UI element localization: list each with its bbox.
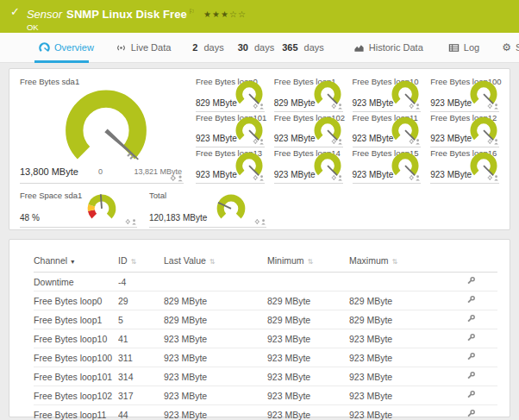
main-gauge-value: 13,800 MByte [20, 166, 78, 177]
channel-settings-icons[interactable] [487, 174, 499, 181]
channel-maximum [349, 273, 444, 291]
column-header-minimum[interactable]: Minimum⇅ [267, 252, 349, 273]
gauge-value: 48 % [20, 213, 40, 223]
channel-settings-icons[interactable] [331, 174, 343, 181]
log-table-icon [448, 42, 460, 53]
channel-settings-icons[interactable] [253, 103, 265, 110]
wrench-icon [466, 314, 476, 323]
gauge-icon [39, 42, 50, 53]
channel-table: Channel▾ ID⇅ Last Value⇅ Minimum⇅ Maximu… [34, 252, 497, 420]
channel-settings-icons[interactable] [253, 138, 265, 145]
tab-settings[interactable]: ⚙ Settings [502, 42, 519, 53]
channel-maximum: 829 MByte [349, 310, 444, 329]
channel-settings-icons[interactable] [253, 174, 265, 181]
column-header-last-value[interactable]: Last Value⇅ [164, 252, 267, 273]
wrench-icon [466, 390, 476, 399]
channel-last-value: 923 MByte [164, 367, 267, 386]
edit-channel-button[interactable] [444, 367, 497, 386]
gauge-value: 923 MByte [430, 170, 472, 179]
edit-channel-button[interactable] [444, 348, 497, 367]
channel-id: 44 [118, 405, 164, 420]
channel-settings-icons[interactable] [409, 138, 421, 145]
tab-log[interactable]: Log [448, 42, 479, 53]
wrench-icon [466, 295, 476, 304]
channel-settings-icons[interactable] [409, 103, 421, 110]
column-header-channel[interactable]: Channel▾ [34, 252, 118, 273]
channel-name: Free Bytes loop10 [34, 329, 118, 348]
gauge-cell: Free Bytes loop12 923 MByte [430, 112, 499, 148]
tab-historic-data[interactable]: Historic Data [353, 42, 423, 53]
table-row: Free Bytes loop102 317 923 MByte 923 MBy… [34, 386, 497, 405]
gauge-value: 829 MByte [196, 98, 237, 108]
free-space-gauge-cell: Free Space sda1 48 % [20, 190, 137, 228]
channel-name: Free Bytes loop0 [34, 291, 118, 310]
channel-id: -4 [118, 273, 164, 291]
active-tab-underline [34, 60, 89, 63]
channel-minimum: 923 MByte [267, 386, 349, 405]
channel-id: 314 [118, 367, 164, 386]
gear-icon: ⚙ [502, 42, 511, 53]
column-header-maximum[interactable]: Maximum⇅ [349, 252, 444, 273]
object-kind-label: Sensor [27, 8, 62, 21]
channel-last-value: 923 MByte [164, 405, 267, 420]
channel-settings-icons[interactable] [125, 218, 137, 225]
channel-maximum: 923 MByte [349, 348, 444, 367]
gauge-value: 923 MByte [196, 134, 237, 143]
status-badge: OK [27, 22, 247, 32]
gauge-value: 923 MByte [353, 170, 394, 179]
tab-live-data[interactable]: Live Data [116, 42, 171, 53]
channel-name: Downtime [34, 273, 118, 291]
channel-last-value [164, 273, 267, 291]
gauge-cell: Free Bytes loop13 923 MByte [196, 147, 265, 184]
gauge-value: 923 MByte [274, 170, 316, 179]
tab-settings-label: Settings [516, 42, 519, 53]
channel-settings-icons[interactable] [170, 174, 184, 182]
channel-last-value: 923 MByte [164, 386, 267, 405]
tab-30-days[interactable]: 30days [238, 42, 275, 53]
sort-icon: ⇅ [308, 258, 314, 266]
priority-flag-icon[interactable]: ⚐ [189, 8, 195, 16]
channel-minimum: 923 MByte [267, 329, 349, 348]
table-row: Free Bytes loop1 5 829 MByte 829 MByte 8… [34, 310, 497, 329]
tab-overview[interactable]: Overview [39, 42, 94, 53]
channel-minimum: 923 MByte [267, 367, 349, 386]
wrench-icon [466, 276, 476, 285]
edit-channel-button[interactable] [444, 405, 497, 420]
table-row: Free Bytes loop11 44 923 MByte 923 MByte… [34, 405, 497, 420]
channel-settings-icons[interactable] [331, 138, 343, 145]
edit-channel-button[interactable] [444, 291, 497, 310]
channel-minimum: 923 MByte [267, 405, 349, 420]
channel-id: 29 [118, 291, 164, 310]
channel-settings-icons[interactable] [409, 174, 421, 181]
edit-channel-button[interactable] [444, 273, 497, 291]
wrench-icon [466, 333, 476, 342]
channel-settings-icons[interactable] [487, 103, 499, 110]
channel-id: 317 [118, 386, 164, 405]
edit-channel-button[interactable] [444, 329, 497, 348]
gauge-value: 829 MByte [274, 98, 316, 108]
gauge-cell: Free Bytes loop14 923 MByte [274, 147, 343, 184]
channel-last-value: 829 MByte [164, 310, 267, 329]
main-gauge [56, 85, 156, 166]
channel-settings-icons[interactable] [487, 138, 499, 145]
column-header-actions [444, 252, 497, 273]
channel-settings-icons[interactable] [331, 103, 343, 110]
tab-2-days[interactable]: 2days [192, 42, 223, 53]
gauge-value: 923 MByte [274, 134, 316, 143]
channel-settings-icons[interactable] [254, 218, 266, 225]
channel-minimum [267, 273, 349, 291]
channel-maximum: 923 MByte [349, 386, 444, 405]
channel-gauge-grid: Free Bytes loop0 829 MByte Free Bytes lo… [196, 76, 499, 184]
channel-last-value: 923 MByte [164, 329, 267, 348]
gauge-cell: Free Bytes loop15 923 MByte [353, 147, 422, 184]
gauge-cell: Free Bytes loop16 923 MByte [430, 147, 499, 184]
tab-log-label: Log [464, 42, 479, 53]
gauge-cell: Free Bytes loop0 829 MByte [196, 76, 265, 112]
channel-maximum: 923 MByte [349, 405, 444, 420]
edit-channel-button[interactable] [444, 386, 497, 405]
table-row: Free Bytes loop10 41 923 MByte 923 MByte… [34, 329, 497, 348]
edit-channel-button[interactable] [444, 310, 497, 329]
column-header-id[interactable]: ID⇅ [118, 252, 164, 273]
tab-365-days[interactable]: 365days [282, 42, 324, 53]
priority-stars[interactable]: ★★★☆☆ [203, 9, 247, 19]
